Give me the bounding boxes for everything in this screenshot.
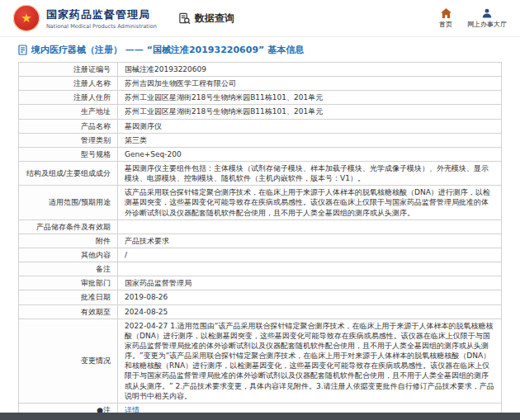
- row-value: 2019-08-26: [118, 290, 502, 304]
- row-label: 其他内容: [19, 248, 118, 262]
- row-value: 苏州工业园区星湖街218号生物纳米园B11栋101、201单元: [118, 91, 502, 105]
- table-row: 备注: [19, 262, 502, 276]
- table-row: 注册证编号国械注准20193220609: [19, 63, 502, 77]
- page-title: 境内医疗器械（注册） —— “国械注准20193220609” 基本信息: [18, 44, 502, 56]
- nmpa-logo: ★: [13, 5, 40, 31]
- footer-bar: [0, 413, 520, 420]
- nav-home-label: 首页: [439, 20, 452, 29]
- page-title-text: 境内医疗器械（注册） —— “国械注准20193220609” 基本信息: [31, 44, 304, 56]
- page: ★ 国家药品监督管理局 National Medical Products Ad…: [0, 0, 520, 420]
- table-row: 注册人名称苏州吉因加生物医学工程有限公司: [19, 77, 502, 91]
- table-row: 生产地址苏州工业园区星湖街218号生物纳米园B11栋101、201单元: [19, 105, 502, 119]
- document-icon: [18, 45, 27, 55]
- row-label: 适用范围/预期用途: [19, 186, 118, 219]
- table-row: 产品名称基因测序仪: [19, 119, 502, 133]
- row-value: 苏州吉因加生物医学工程有限公司: [118, 77, 502, 91]
- row-label: 生产地址: [19, 105, 118, 119]
- table-row: 附件产品技术要求: [19, 234, 502, 248]
- main-content: 境内医疗器械（注册） —— “国械注准20193220609” 基本信息 注册证…: [0, 37, 520, 418]
- row-label: 注册证编号: [19, 63, 118, 77]
- row-value: 2024-08-25: [118, 304, 502, 319]
- row-value: 国家药品监督管理局: [118, 276, 502, 290]
- row-value: [118, 219, 502, 234]
- row-label: 型号规格: [19, 147, 118, 161]
- row-label: 变更情况: [19, 319, 118, 403]
- row-label: 结构及组成/主要组成成分: [19, 161, 118, 185]
- logo-star-icon: ★: [21, 12, 31, 25]
- table-row: 审批部门国家药品监督管理局: [19, 276, 502, 290]
- row-value: 第三类: [118, 133, 502, 147]
- org-name: 国家药品监督管理局: [46, 7, 157, 22]
- row-label: 备注: [19, 262, 118, 276]
- user-icon: [482, 8, 492, 18]
- row-label: 注册人住所: [19, 91, 118, 105]
- table-row: 有效期至2024-08-25: [19, 304, 502, 319]
- table-row: 型号规格Gene+Seq-200: [19, 147, 502, 161]
- table-row: 产品储存条件及有效期: [19, 219, 502, 234]
- table-row: 批准日期2019-08-26: [19, 290, 502, 304]
- row-value: 国械注准20193220609: [118, 63, 502, 77]
- home-icon: [441, 8, 451, 18]
- row-value: Gene+Seq-200: [118, 147, 502, 161]
- table-row: 管理类别第三类: [19, 133, 502, 147]
- row-value: /: [118, 248, 502, 262]
- row-label: 审批部门: [19, 276, 118, 290]
- table-row: 适用范围/预期用途该产品采用联合探针锚定聚合测序技术，在临床上用于来源于人体样本…: [19, 186, 502, 219]
- row-label: 产品储存条件及有效期: [19, 219, 118, 234]
- nav-service-hall-label: 网上办事大厅: [467, 20, 507, 29]
- row-label: 注册人名称: [19, 77, 118, 91]
- nav-service-hall[interactable]: 网上办事大厅: [467, 8, 507, 29]
- org-block: 国家药品监督管理局 National Medical Products Admi…: [46, 7, 157, 30]
- org-name-en: National Medical Products Administration: [46, 23, 157, 30]
- table-row: 注册人住所苏州工业园区星湖街218号生物纳米园B11栋101、201单元: [19, 91, 502, 105]
- nav-data-query-label: 数据查询: [195, 12, 234, 26]
- row-value: 苏州工业园区星湖街218号生物纳米园B11栋101、201单元: [118, 105, 502, 119]
- nav-home[interactable]: 首页: [439, 8, 452, 29]
- nav-data-query[interactable]: 数据查询: [178, 12, 234, 26]
- data-query-icon: [178, 12, 191, 25]
- row-label: 附件: [19, 234, 118, 248]
- table-row: 结构及组成/主要组成成分基因测序仪主要组件包括：主体模块（试剂存储子模块、样本加…: [19, 161, 502, 185]
- row-label: 有效期至: [19, 304, 118, 319]
- row-label: 管理类别: [19, 133, 118, 147]
- row-value: 基因测序仪: [118, 119, 502, 133]
- row-value: [118, 262, 502, 276]
- row-label: 产品名称: [19, 119, 118, 133]
- table-row: 变更情况2022-04-27 1.适用范围由“该产品采用联合探针锚定聚合测序技术…: [19, 319, 502, 403]
- row-value: 基因测序仪主要组件包括：主体模块（试剂存储子模块、样本加载子模块、光学成像子模块…: [118, 161, 502, 185]
- detail-table: 注册证编号国械注准20193220609 注册人名称苏州吉因加生物医学工程有限公…: [18, 62, 502, 418]
- row-label: 批准日期: [19, 290, 118, 304]
- row-value: 该产品采用联合探针锚定聚合测序技术，在临床上用于来源于人体样本的脱氧核糖核酸（D…: [118, 186, 502, 219]
- table-row: 其他内容/: [19, 248, 502, 262]
- row-value: 产品技术要求: [118, 234, 502, 248]
- row-value-change-history: 2022-04-27 1.适用范围由“该产品采用联合探针锚定聚合测序技术，在临床…: [118, 319, 502, 403]
- header: ★ 国家药品监督管理局 National Medical Products Ad…: [0, 0, 520, 37]
